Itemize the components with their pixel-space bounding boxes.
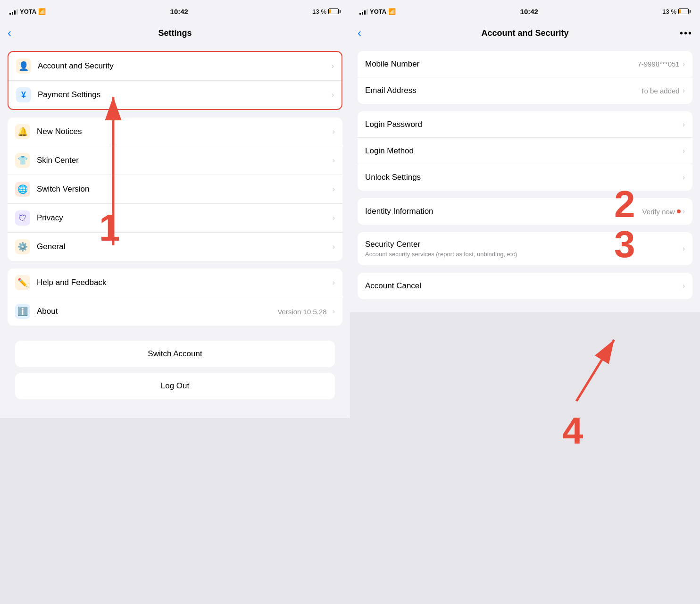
unlock-chevron: › <box>683 173 685 182</box>
about-icon: ℹ️ <box>15 304 30 319</box>
carrier-label-right: YOTA <box>370 8 386 15</box>
security-center-chevron: › <box>683 244 685 253</box>
about-label: About <box>37 307 58 316</box>
general-chevron: › <box>333 243 335 251</box>
switch-version-chevron: › <box>333 185 335 193</box>
security-item-security-center[interactable]: Security Center Account security service… <box>358 232 692 265</box>
about-chevron: › <box>333 307 335 316</box>
security-group-1: Mobile Number 7-9998***051 › Email Addre… <box>358 51 692 104</box>
time-label-left: 10:42 <box>170 8 188 16</box>
about-version: Version 10.5.28 <box>277 308 326 316</box>
payment-icon: ¥ <box>16 87 31 102</box>
mobile-number-label: Mobile Number <box>365 59 637 69</box>
settings-item-general[interactable]: ⚙️ General › <box>8 233 342 261</box>
switch-version-icon: 🌐 <box>15 182 30 197</box>
payment-chevron: › <box>332 91 334 99</box>
page-title-right: Account and Security <box>481 28 568 38</box>
carrier-label: YOTA <box>20 8 36 15</box>
identity-chevron: › <box>683 207 685 216</box>
account-security-chevron: › <box>332 62 334 70</box>
switch-version-label: Switch Version <box>37 185 90 193</box>
email-label: Email Address <box>365 86 641 95</box>
help-icon: ✏️ <box>15 275 30 290</box>
verify-now-text: Verify now <box>642 208 675 216</box>
security-group-2: Login Password › Login Method › Unlock S… <box>358 111 692 191</box>
settings-item-switch-version[interactable]: 🌐 Switch Version › <box>8 175 342 204</box>
notices-icon: 🔔 <box>15 124 30 139</box>
security-item-mobile[interactable]: Mobile Number 7-9998***051 › <box>358 51 692 77</box>
status-bar-left: YOTA 📶 10:42 13 % <box>0 0 350 21</box>
password-label: Login Password <box>365 120 683 129</box>
notices-label: New Notices <box>37 127 82 136</box>
security-item-unlock[interactable]: Unlock Settings › <box>358 164 692 191</box>
settings-group-1: 👤 Account and Security › ¥ Payment Setti… <box>8 51 342 110</box>
status-right-right: 13 % <box>662 8 691 15</box>
svg-text:4: 4 <box>562 410 583 452</box>
more-button-right[interactable]: ••• <box>680 28 692 39</box>
battery-percent-right: 13 % <box>662 8 676 15</box>
settings-item-payment[interactable]: ¥ Payment Settings › <box>8 81 342 109</box>
security-center-label: Security Center <box>365 240 683 249</box>
email-chevron: › <box>683 86 685 95</box>
security-item-account-cancel[interactable]: Account Cancel › <box>358 273 692 299</box>
battery-icon-left <box>328 8 341 14</box>
skin-chevron: › <box>333 156 335 165</box>
svg-line-6 <box>576 340 614 401</box>
payment-label: Payment Settings <box>38 90 100 99</box>
security-group-3: Identity Information Verify now › <box>358 198 692 225</box>
account-security-icon: 👤 <box>16 59 31 74</box>
security-item-identity[interactable]: Identity Information Verify now › <box>358 198 692 225</box>
signal-icon <box>9 8 18 15</box>
back-button-right[interactable]: ‹ <box>358 26 361 40</box>
security-group-5: Account Cancel › <box>358 273 692 299</box>
login-method-chevron: › <box>683 147 685 155</box>
back-button-left[interactable]: ‹ <box>8 26 11 40</box>
security-item-email[interactable]: Email Address To be added › <box>358 77 692 104</box>
time-label-right: 10:42 <box>520 8 538 16</box>
settings-content: 👤 Account and Security › ¥ Payment Setti… <box>0 45 350 418</box>
identity-label: Identity Information <box>365 207 642 216</box>
account-cancel-label: Account Cancel <box>365 281 683 291</box>
account-cancel-chevron: › <box>683 282 685 290</box>
help-label: Help and Feedback <box>37 278 106 287</box>
login-method-label: Login Method <box>365 146 683 156</box>
mobile-chevron: › <box>683 60 685 68</box>
settings-item-account-security[interactable]: 👤 Account and Security › <box>8 52 342 81</box>
notices-chevron: › <box>333 127 335 136</box>
settings-group-3: ✏️ Help and Feedback › ℹ️ About Version … <box>8 268 342 326</box>
security-item-login-method[interactable]: Login Method › <box>358 138 692 164</box>
security-content: Mobile Number 7-9998***051 › Email Addre… <box>350 45 700 312</box>
status-left-right: YOTA 📶 <box>359 8 396 15</box>
privacy-icon: 🛡 <box>15 210 30 226</box>
settings-item-skin[interactable]: 👕 Skin Center › <box>8 146 342 175</box>
security-item-password[interactable]: Login Password › <box>358 111 692 138</box>
settings-item-help[interactable]: ✏️ Help and Feedback › <box>8 268 342 297</box>
settings-group-2: 🔔 New Notices › 👕 Skin Center › <box>8 117 342 261</box>
nav-bar-right: ‹ Account and Security ••• <box>350 21 700 45</box>
general-icon: ⚙️ <box>15 239 30 254</box>
settings-item-about[interactable]: ℹ️ About Version 10.5.28 › <box>8 297 342 326</box>
log-out-button[interactable]: Log Out <box>15 373 335 399</box>
privacy-chevron: › <box>333 214 335 222</box>
unlock-label: Unlock Settings <box>365 173 683 182</box>
switch-account-button[interactable]: Switch Account <box>15 341 335 367</box>
signal-icon-right <box>359 8 368 15</box>
page-title-left: Settings <box>158 28 192 38</box>
security-center-sub: Account security services (report as los… <box>365 251 683 258</box>
password-chevron: › <box>683 120 685 129</box>
settings-item-privacy[interactable]: 🛡 Privacy › <box>8 204 342 233</box>
account-security-label: Account and Security <box>38 61 114 70</box>
email-value: To be added <box>641 87 680 95</box>
security-group-4: Security Center Account security service… <box>358 232 692 265</box>
battery-icon-right <box>678 8 691 14</box>
general-label: General <box>37 242 65 251</box>
wifi-icon-right: 📶 <box>388 8 396 15</box>
skin-icon: 👕 <box>15 153 30 168</box>
verify-dot <box>677 210 681 213</box>
status-left-left: YOTA 📶 <box>9 8 46 15</box>
skin-label: Skin Center <box>37 156 79 165</box>
status-right-left: 13 % <box>312 8 341 15</box>
wifi-icon: 📶 <box>38 8 46 15</box>
settings-item-notices[interactable]: 🔔 New Notices › <box>8 117 342 146</box>
status-bar-right: YOTA 📶 10:42 13 % <box>350 0 700 21</box>
